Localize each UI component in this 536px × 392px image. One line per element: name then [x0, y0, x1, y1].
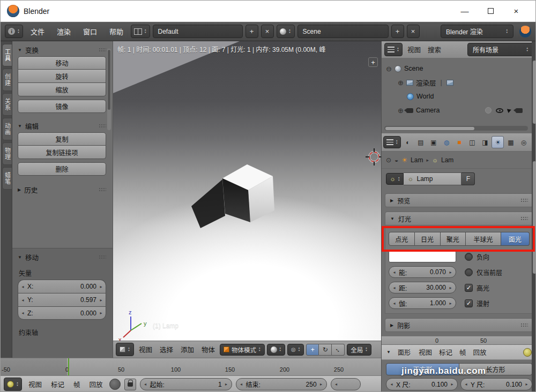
renderable-camera-icon[interactable] — [516, 108, 523, 113]
visibility-eye-icon[interactable] — [496, 108, 503, 113]
clock-icon[interactable] — [523, 348, 532, 357]
menu-help[interactable]: 帮助 — [105, 26, 128, 36]
lamp-type-spot-button[interactable]: 聚光 — [441, 232, 466, 246]
increment-icon[interactable]: ▸ — [448, 301, 453, 306]
move-x-field[interactable]: ◂ X: 0.000 ▸ — [18, 280, 106, 293]
properties-region-expand-button[interactable]: + — [368, 57, 378, 67]
scene-browse-button[interactable]: ▲▼ — [277, 25, 295, 38]
manipulator-translate-toggle[interactable]: + — [306, 344, 319, 356]
overlay-menu-frame[interactable]: 帧 — [459, 347, 466, 357]
screen-layout-browse-button[interactable]: ▲▼ — [131, 25, 150, 38]
editor-type-properties-button[interactable]: ▲▼ — [383, 136, 401, 148]
toolshelf-tab-tools[interactable]: 工具 — [2, 44, 12, 66]
move-y-field[interactable]: ◂ Y: 0.597 ▸ — [18, 293, 106, 306]
render-engine-select[interactable]: Blender 渲染 ▲▼ — [441, 25, 513, 38]
toolshelf-scrollbar[interactable] — [107, 49, 111, 130]
increment-icon[interactable]: ▸ — [448, 270, 453, 275]
diffuse-checkbox[interactable]: ✓ — [465, 299, 473, 307]
tab-world[interactable]: ◍ — [440, 136, 452, 148]
lamp-browse-button[interactable]: ☼ ▲▼ — [386, 173, 404, 185]
size-x-field[interactable]: ◂ X 尺: 0.100 ▸ — [386, 378, 458, 390]
close-button[interactable]: × — [503, 2, 529, 20]
overlay-menu-playback[interactable]: 回放 — [473, 347, 486, 357]
duplicate-linked-button[interactable]: 复制链接项 — [18, 146, 106, 159]
outliner-item-render-layers[interactable]: ⊕ 渲染层 | — [382, 76, 536, 89]
move-button[interactable]: 移动 — [18, 56, 106, 70]
menu-window[interactable]: 窗口 — [78, 26, 102, 36]
viewport-3d[interactable]: z y x 帧: 1 | 时间: 00:01.01 | 顶点: 12 | 面: … — [113, 41, 381, 341]
timeline-menu-marker[interactable]: 标记 — [48, 379, 67, 389]
scene-delete-button[interactable]: × — [407, 25, 420, 38]
decrement-icon[interactable]: ◂ — [391, 270, 397, 275]
size-y-field[interactable]: ◂ Y 尺: 0.100 ▸ — [460, 378, 532, 390]
lock-frame-button[interactable] — [124, 379, 136, 390]
outliner-item-world[interactable]: World — [382, 89, 536, 103]
viewport-shading-select[interactable]: ▲▼ — [267, 344, 285, 356]
viewport-menu-select[interactable]: 选择 — [157, 344, 176, 355]
selectable-cursor-icon[interactable] — [507, 108, 512, 113]
expand-icon[interactable]: ⊕ — [398, 107, 404, 114]
panel-header-shadow[interactable]: ▶ 阴影 — [385, 318, 533, 332]
screen-layout-delete-button[interactable]: × — [261, 25, 274, 38]
tab-object[interactable]: ■ — [453, 136, 465, 148]
transform-orientation-select[interactable]: 全局 ▲▼ — [347, 344, 371, 356]
end-frame-field[interactable]: ◂ 结束: 250 ▸ — [236, 378, 327, 390]
outliner-vertical-scrollbar[interactable] — [533, 61, 536, 124]
toolshelf-tab-physics[interactable]: 物理 — [2, 142, 12, 165]
overlay-menu-view[interactable]: 视图 — [419, 347, 432, 357]
toolshelf-tab-grease-pencil[interactable]: 蜡笔 — [2, 167, 12, 190]
start-frame-field[interactable]: ◂ 起始: 1 ▸ — [140, 378, 232, 390]
screen-layout-name-field[interactable]: Default — [153, 25, 243, 38]
increment-icon[interactable]: ▸ — [449, 382, 455, 387]
editor-type-outliner-button[interactable]: ▲▼ — [384, 43, 403, 56]
panel-header-move-operator[interactable]: ▼ 移动 — [18, 251, 106, 263]
overlay-menu-marker[interactable]: 标记 — [439, 347, 452, 357]
outliner-display-mode-select[interactable]: 所有场景 ▲▼ — [467, 43, 534, 56]
decrement-icon[interactable]: ◂ — [333, 382, 339, 387]
menu-render[interactable]: 渲染 — [52, 26, 76, 36]
context-browse-icon[interactable]: ◒ — [394, 156, 398, 164]
lamp-type-hemi-button[interactable]: 半球光 — [466, 232, 501, 246]
panel-header-history[interactable]: ▶ 历史 — [18, 183, 106, 196]
viewport-menu-view[interactable]: 视图 — [136, 344, 155, 355]
editor-type-3dview-button[interactable]: ▲▼ — [116, 343, 134, 356]
timeline-menu-view[interactable]: 视图 — [26, 379, 44, 389]
pivot-point-select[interactable]: ◎ ▲▼ — [287, 344, 304, 356]
screen-layout-add-button[interactable]: + — [245, 25, 258, 38]
decrement-icon[interactable]: ◂ — [239, 382, 244, 387]
outliner-horizontal-scrollbar[interactable] — [384, 126, 528, 131]
lamp-color-swatch[interactable] — [389, 251, 456, 262]
panel-header-transform[interactable]: ▼ 变换 — [18, 43, 106, 56]
tab-scene[interactable]: ▣ — [427, 136, 440, 148]
increment-icon[interactable]: ▸ — [98, 311, 104, 315]
increment-icon[interactable]: ▸ — [98, 284, 104, 289]
distance-field[interactable]: ◂ 距: 30.000 ▸ — [389, 282, 456, 293]
scrollbar-thumb[interactable] — [385, 127, 474, 130]
lamp-name-field[interactable]: ☼ Lamp — [404, 172, 461, 185]
tab-modifiers[interactable]: ◨ — [479, 136, 491, 148]
lamp-type-area-button[interactable]: 面光 — [501, 232, 530, 246]
current-frame-field-partial[interactable]: ◂ — [331, 378, 361, 390]
scene-add-button[interactable]: + — [391, 25, 404, 38]
decrement-icon[interactable]: ◂ — [391, 301, 397, 306]
timeline-menu-frame[interactable]: 帧 — [71, 379, 83, 389]
move-z-field[interactable]: ◂ Z: 0.000 ▸ — [18, 306, 106, 320]
tab-texture[interactable]: ▦ — [504, 136, 517, 148]
properties-vertical-scrollbar[interactable] — [533, 161, 536, 274]
interaction-mode-select[interactable]: 物体模式 ▲▼ — [220, 344, 264, 356]
decrement-icon[interactable]: ◂ — [391, 285, 397, 290]
editor-type-info-button[interactable]: i ▲▼ — [5, 25, 23, 38]
energy-field[interactable]: ◂ 能: 0.070 ▸ — [389, 266, 456, 278]
decrement-icon[interactable]: ◂ — [389, 382, 394, 387]
viewport-menu-object[interactable]: 物体 — [199, 344, 218, 355]
mirror-button[interactable]: 镜像 — [18, 100, 106, 113]
duplicate-button[interactable]: 复制 — [18, 132, 106, 146]
gamma-field[interactable]: ◂ 伽: 1.000 ▸ — [389, 297, 456, 309]
timeline-menu-playback[interactable]: 回放 — [87, 379, 106, 389]
tab-render[interactable]: ◐ — [401, 136, 414, 148]
collapse-icon[interactable]: ⊖ — [386, 65, 392, 72]
tab-physics[interactable]: ◎ — [517, 136, 530, 148]
increment-icon[interactable]: ▸ — [524, 382, 530, 387]
breadcrumb-object[interactable]: Lam — [411, 156, 423, 164]
increment-icon[interactable]: ▸ — [448, 285, 453, 290]
